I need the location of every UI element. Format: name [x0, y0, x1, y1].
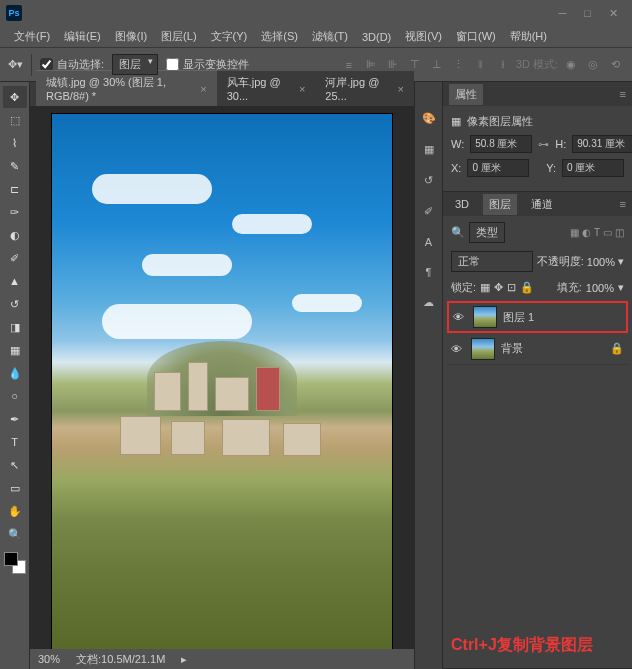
distribute-icon[interactable]: ⫴ — [472, 56, 490, 74]
menu-select[interactable]: 选择(S) — [255, 27, 304, 46]
properties-tab[interactable]: 属性 — [449, 84, 483, 105]
opacity-field[interactable]: 100% — [587, 256, 615, 268]
layer-row[interactable]: 👁 背景 🔒 — [447, 333, 628, 365]
menu-filter[interactable]: 滤镜(T) — [306, 27, 354, 46]
layer-name[interactable]: 图层 1 — [503, 310, 622, 325]
history-panel-icon[interactable]: ↺ — [424, 174, 433, 187]
menu-help[interactable]: 帮助(H) — [504, 27, 553, 46]
menu-image[interactable]: 图像(I) — [109, 27, 153, 46]
doc-tab[interactable]: 城镇.jpg @ 30% (图层 1, RGB/8#) *× — [36, 70, 217, 106]
menu-type[interactable]: 文字(Y) — [205, 27, 254, 46]
zoom-level[interactable]: 30% — [38, 653, 60, 665]
layer-thumbnail[interactable] — [473, 306, 497, 328]
doc-tab[interactable]: 风车.jpg @ 30...× — [217, 71, 316, 106]
3d-icon[interactable]: ◉ — [562, 56, 580, 74]
pen-tool[interactable]: ✒ — [3, 408, 27, 430]
close-icon[interactable]: ✕ — [609, 7, 618, 20]
history-brush-tool[interactable]: ↺ — [3, 293, 27, 315]
hand-tool[interactable]: ✋ — [3, 500, 27, 522]
document-tabs: 城镇.jpg @ 30% (图层 1, RGB/8#) *× 风车.jpg @ … — [30, 82, 414, 106]
tab-close-icon[interactable]: × — [299, 83, 305, 95]
type-tool[interactable]: T — [3, 431, 27, 453]
menu-view[interactable]: 视图(V) — [399, 27, 448, 46]
eyedropper-tool[interactable]: ✑ — [3, 201, 27, 223]
paragraph-panel-icon[interactable]: ¶ — [426, 266, 432, 278]
doc-tab[interactable]: 河岸.jpg @ 25...× — [315, 71, 414, 106]
blend-mode-dropdown[interactable]: 正常 — [451, 251, 533, 272]
eraser-tool[interactable]: ◨ — [3, 316, 27, 338]
link-icon[interactable]: ⊶ — [538, 138, 549, 151]
align-icon[interactable]: ⊥ — [428, 56, 446, 74]
filter-kind-dropdown[interactable]: 类型 — [469, 222, 505, 243]
status-arrow-icon[interactable]: ▸ — [181, 653, 187, 666]
color-panel-icon[interactable]: 🎨 — [422, 112, 436, 125]
character-panel-icon[interactable]: A — [425, 236, 432, 248]
filter-shape-icon[interactable]: ▭ — [603, 227, 612, 238]
layers-tab[interactable]: 图层 — [483, 194, 517, 215]
quick-select-tool[interactable]: ✎ — [3, 155, 27, 177]
fill-field[interactable]: 100% — [586, 282, 614, 294]
menu-layer[interactable]: 图层(L) — [155, 27, 202, 46]
filter-pixel-icon[interactable]: ▦ — [570, 227, 579, 238]
move-tool-icon[interactable]: ✥▾ — [8, 58, 23, 71]
brush-panel-icon[interactable]: ✐ — [424, 205, 433, 218]
height-field[interactable]: 90.31 厘米 — [572, 135, 632, 153]
blur-tool[interactable]: 💧 — [3, 362, 27, 384]
gradient-tool[interactable]: ▦ — [3, 339, 27, 361]
toolbox: ✥ ⬚ ⌇ ✎ ⊏ ✑ ◐ ✐ ▲ ↺ ◨ ▦ 💧 ○ ✒ T ↖ ▭ ✋ 🔍 — [0, 82, 30, 669]
color-swatch[interactable] — [4, 552, 26, 574]
lock-pixels-icon[interactable]: ▦ — [480, 281, 490, 294]
filter-adjust-icon[interactable]: ◐ — [582, 227, 591, 238]
layer-row[interactable]: 👁 图层 1 — [447, 301, 628, 333]
menu-edit[interactable]: 编辑(E) — [58, 27, 107, 46]
visibility-icon[interactable]: 👁 — [451, 343, 465, 355]
channels-tab[interactable]: 通道 — [525, 194, 559, 215]
panel-menu-icon[interactable]: ≡ — [620, 88, 626, 100]
3d-icon[interactable]: ⟲ — [606, 56, 624, 74]
status-bar: 30% 文档:10.5M/21.1M ▸ — [30, 649, 414, 669]
dropdown-icon[interactable]: ▾ — [618, 281, 624, 294]
libraries-panel-icon[interactable]: ☁ — [423, 296, 434, 309]
layer-name[interactable]: 背景 — [501, 341, 604, 356]
y-field[interactable]: 0 厘米 — [562, 159, 624, 177]
stamp-tool[interactable]: ▲ — [3, 270, 27, 292]
lock-all-icon[interactable]: 🔒 — [520, 281, 534, 294]
properties-panel: 属性 ≡ ▦ 像素图层属性 W: 50.8 厘米 ⊶ H: 90.31 厘米 X… — [443, 82, 632, 192]
canvas[interactable] — [52, 114, 392, 649]
move-tool[interactable]: ✥ — [3, 86, 27, 108]
lock-position-icon[interactable]: ✥ — [494, 281, 503, 294]
filter-type-icon[interactable]: T — [594, 227, 600, 238]
filter-smart-icon[interactable]: ◫ — [615, 227, 624, 238]
marquee-tool[interactable]: ⬚ — [3, 109, 27, 131]
swatches-panel-icon[interactable]: ▦ — [424, 143, 434, 156]
zoom-tool[interactable]: 🔍 — [3, 523, 27, 545]
lasso-tool[interactable]: ⌇ — [3, 132, 27, 154]
filter-icon[interactable]: 🔍 — [451, 226, 465, 239]
auto-select-target[interactable]: 图层 — [112, 54, 158, 75]
width-field[interactable]: 50.8 厘米 — [470, 135, 532, 153]
dodge-tool[interactable]: ○ — [3, 385, 27, 407]
tab-close-icon[interactable]: × — [398, 83, 404, 95]
3d-icon[interactable]: ◎ — [584, 56, 602, 74]
menu-3d[interactable]: 3D(D) — [356, 29, 397, 45]
3d-tab[interactable]: 3D — [449, 195, 475, 213]
visibility-icon[interactable]: 👁 — [453, 311, 467, 323]
shape-tool[interactable]: ▭ — [3, 477, 27, 499]
crop-tool[interactable]: ⊏ — [3, 178, 27, 200]
lock-artboard-icon[interactable]: ⊡ — [507, 281, 516, 294]
tab-close-icon[interactable]: × — [200, 83, 206, 95]
path-tool[interactable]: ↖ — [3, 454, 27, 476]
brush-tool[interactable]: ✐ — [3, 247, 27, 269]
dropdown-icon[interactable]: ▾ — [618, 255, 624, 268]
healing-tool[interactable]: ◐ — [3, 224, 27, 246]
panel-menu-icon[interactable]: ≡ — [620, 198, 626, 210]
menu-window[interactable]: 窗口(W) — [450, 27, 502, 46]
align-icon[interactable]: ⋮ — [450, 56, 468, 74]
collapsed-panel-dock: 🎨 ▦ ↺ ✐ A ¶ ☁ — [414, 82, 442, 669]
layer-thumbnail[interactable] — [471, 338, 495, 360]
menu-file[interactable]: 文件(F) — [8, 27, 56, 46]
maximize-icon[interactable]: □ — [584, 7, 591, 20]
x-field[interactable]: 0 厘米 — [467, 159, 529, 177]
distribute-icon[interactable]: ⫲ — [494, 56, 512, 74]
minimize-icon[interactable]: ─ — [559, 7, 567, 20]
